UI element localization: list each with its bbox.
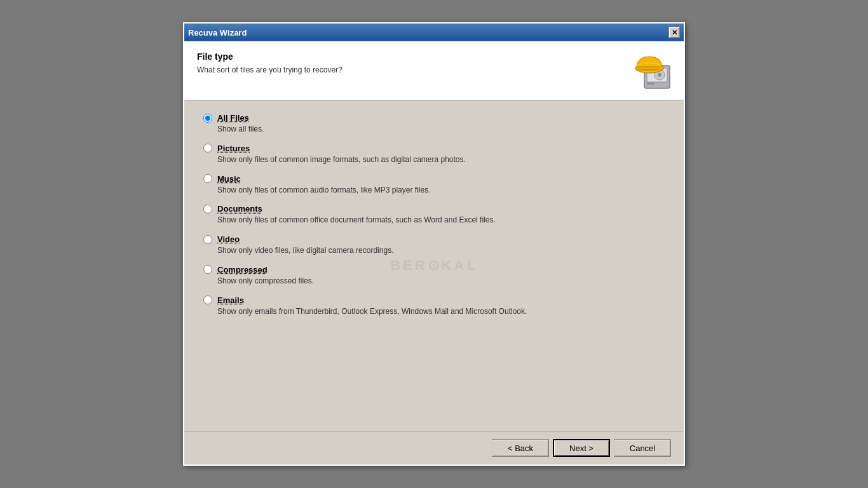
close-button[interactable]: ✕: [668, 27, 680, 38]
radio-video[interactable]: [203, 235, 212, 244]
content-section: BER⊙KAL All FilesShow all files.Pictures…: [184, 100, 684, 431]
option-video: VideoShow only video files, like digital…: [203, 234, 665, 256]
option-music: MusicShow only files of common audio for…: [203, 174, 665, 196]
option-all-files-row: All Files: [203, 113, 665, 123]
option-pictures-row: Pictures: [203, 144, 665, 153]
dialog-window: Recuva Wizard ✕ File type What sort of f…: [183, 22, 685, 466]
label-emails: Emails: [217, 295, 244, 305]
option-pictures: PicturesShow only files of common image …: [203, 144, 665, 165]
label-all-files: All Files: [217, 113, 249, 123]
header-subtitle: What sort of files are you trying to rec…: [197, 65, 633, 74]
footer-section: < Back Next > Cancel: [184, 431, 684, 464]
desc-compressed: Show only compressed files.: [217, 276, 665, 287]
radio-documents[interactable]: [203, 205, 212, 214]
option-music-row: Music: [203, 174, 665, 184]
desc-video: Show only video files, like digital came…: [217, 245, 665, 256]
radio-all-files[interactable]: [203, 114, 212, 123]
desc-all-files: Show all files.: [217, 124, 665, 135]
cancel-button[interactable]: Cancel: [614, 439, 671, 457]
header-section: File type What sort of files are you try…: [184, 41, 684, 100]
desc-documents: Show only files of common office documen…: [217, 215, 665, 226]
radio-music[interactable]: [203, 174, 212, 183]
label-documents: Documents: [217, 204, 262, 214]
label-compressed: Compressed: [217, 265, 268, 274]
radio-compressed[interactable]: [203, 265, 212, 274]
svg-rect-6: [635, 67, 663, 70]
label-music: Music: [217, 174, 241, 184]
desc-emails: Show only emails from Thunderbird, Outlo…: [217, 306, 665, 317]
title-bar: Recuva Wizard ✕: [184, 24, 684, 41]
svg-point-3: [658, 73, 661, 77]
option-documents: DocumentsShow only files of common offic…: [203, 204, 665, 226]
next-button[interactable]: Next >: [553, 439, 610, 457]
window-title: Recuva Wizard: [188, 28, 247, 37]
desc-music: Show only files of common audio formats,…: [217, 185, 665, 196]
radio-emails[interactable]: [203, 295, 212, 304]
wizard-icon: [633, 51, 671, 90]
label-pictures: Pictures: [217, 144, 250, 153]
desc-pictures: Show only files of common image formats,…: [217, 154, 665, 165]
option-documents-row: Documents: [203, 204, 665, 214]
back-button[interactable]: < Back: [492, 439, 549, 457]
wizard-icon-svg: [633, 51, 671, 90]
option-all-files: All FilesShow all files.: [203, 113, 665, 135]
option-video-row: Video: [203, 234, 665, 244]
label-video: Video: [217, 234, 240, 244]
radio-pictures[interactable]: [203, 144, 212, 152]
option-emails-row: Emails: [203, 295, 665, 305]
svg-rect-4: [647, 83, 654, 85]
header-text: File type What sort of files are you try…: [197, 51, 633, 74]
option-compressed: CompressedShow only compressed files.: [203, 265, 665, 287]
file-type-options: All FilesShow all files.PicturesShow onl…: [203, 113, 665, 317]
option-compressed-row: Compressed: [203, 265, 665, 274]
option-emails: EmailsShow only emails from Thunderbird,…: [203, 295, 665, 317]
header-title: File type: [197, 51, 633, 62]
